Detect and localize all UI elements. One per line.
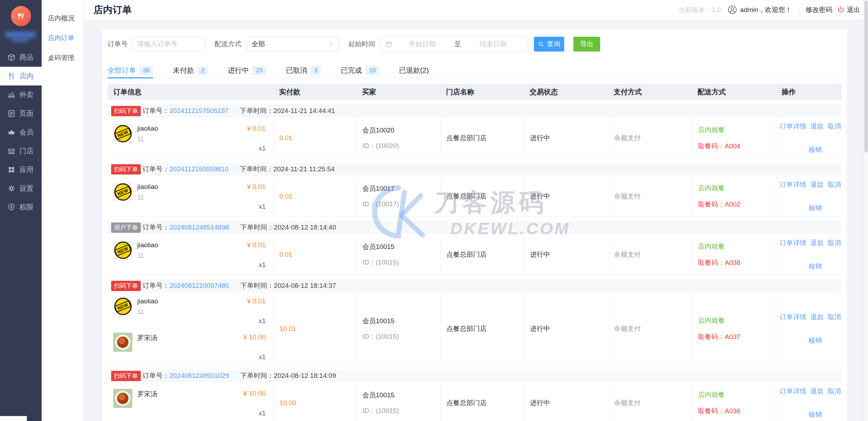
export-button[interactable]: 导出	[573, 37, 600, 52]
product-qty: x1	[259, 203, 266, 210]
submenu-item-orders[interactable]: 店内订单	[42, 28, 83, 48]
pickup-code: 取餐码：A004	[698, 142, 776, 151]
order-group-header: 扫码下单 订单号： 2024081210097485 下单时间： 2024-08…	[108, 279, 842, 292]
order-item: NEW jiaoliao11 ¥ 0.01x1	[113, 124, 266, 152]
dining-icon	[7, 72, 16, 81]
action-verify[interactable]: 核销	[809, 336, 822, 345]
scrollbar-thumb[interactable]	[864, 1, 868, 153]
search-icon	[538, 41, 544, 47]
product-name: jiaoliao	[137, 125, 247, 132]
pickup-code: 取餐码：A037	[698, 332, 776, 342]
app-logo	[0, 0, 42, 26]
action-order-detail[interactable]: 订单详情	[780, 122, 807, 131]
side-menu: 商品 店内 外卖 页面	[0, 48, 42, 217]
tab-in-progress[interactable]: 进行中23	[228, 63, 266, 78]
action-refund[interactable]: 退款	[810, 122, 824, 131]
buyer-cell: 会员10020 ID：(10020)	[356, 118, 440, 158]
order-no-input[interactable]	[132, 37, 205, 52]
start-date-field[interactable]: 开始日期	[392, 40, 452, 49]
action-order-detail[interactable]: 订单详情	[780, 387, 807, 396]
order-no-link[interactable]: 2024081210097485	[169, 282, 229, 290]
trade-status: 进行中	[524, 383, 608, 421]
delivery-select[interactable]: 全部	[246, 37, 339, 52]
order-items-cell: NEW jiaoliao11 ¥ 0.01x1	[108, 235, 273, 274]
submenu-item-table-codes[interactable]: 桌码管理	[42, 48, 83, 68]
action-refund[interactable]: 退款	[810, 180, 824, 189]
tab-all-orders[interactable]: 全部订单38	[108, 63, 153, 78]
order-time-value: 2024-08-12 18:14:09	[274, 372, 336, 380]
product-image-new-badge: NEW	[113, 124, 132, 143]
sidebar-item-goods[interactable]: 商品	[0, 48, 42, 67]
gear-icon	[7, 184, 16, 193]
change-password-link[interactable]: 修改密码	[806, 5, 832, 14]
product-qty: x1	[259, 261, 266, 269]
orders-card: 订单号 配送方式 全部 起始时间 开始日期 至 结束日期	[102, 29, 847, 421]
action-order-detail[interactable]: 订单详情	[780, 313, 807, 322]
pay-method: 余额支付	[608, 235, 692, 274]
order-no-link[interactable]: 2024112157505197	[169, 107, 229, 115]
action-cancel[interactable]: 取消	[828, 122, 841, 131]
action-verify[interactable]: 核销	[809, 203, 822, 213]
action-cancel[interactable]: 取消	[828, 180, 841, 189]
product-image-new-badge: NEW	[113, 182, 132, 201]
box-icon	[7, 53, 16, 62]
store-name: 点餐总部门店	[440, 235, 524, 274]
action-verify[interactable]: 核销	[809, 262, 822, 271]
action-order-detail[interactable]: 订单详情	[780, 180, 807, 189]
page-scrollbar[interactable]	[864, 0, 868, 421]
action-verify[interactable]: 核销	[809, 145, 822, 154]
tab-unpaid[interactable]: 未付款2	[173, 63, 208, 78]
product-name: 罗宋汤	[137, 390, 243, 399]
delivery-cell: 店内就餐 取餐码：A004	[692, 118, 776, 158]
sidebar-item-permissions[interactable]: 权限	[0, 198, 42, 217]
tab-count-badge: 10	[366, 66, 379, 75]
order-no-filter-label: 订单号	[108, 40, 128, 49]
action-refund[interactable]: 退款	[810, 313, 824, 322]
page-title: 店内订单	[94, 4, 132, 16]
product-price: ¥ 0.01	[247, 297, 266, 305]
buyer-id: ID：(10015)	[362, 332, 440, 341]
tab-completed[interactable]: 已完成10	[341, 63, 379, 78]
action-order-detail[interactable]: 订单详情	[780, 238, 807, 248]
order-no-label: 订单号：	[143, 106, 169, 115]
action-cancel[interactable]: 取消	[828, 313, 841, 322]
avatar-icon	[728, 5, 737, 14]
order-item: NEW jiaoliao11 ¥ 0.01x1	[113, 297, 266, 325]
order-no-link[interactable]: 2024112150559810	[169, 165, 229, 173]
submenu-item-overview[interactable]: 店内概况	[42, 8, 83, 28]
pickup-code: 取餐码：A036	[698, 407, 776, 416]
sidebar-item-members[interactable]: 会员	[0, 123, 42, 142]
product-qty: x1	[259, 144, 266, 152]
sidebar-item-stores[interactable]: 门店	[0, 142, 42, 160]
action-refund[interactable]: 退款	[810, 387, 824, 396]
sidebar-item-label: 商品	[19, 53, 34, 62]
end-date-field[interactable]: 结束日期	[463, 40, 523, 49]
order-no-link[interactable]: 2024081248514898	[169, 224, 229, 231]
order-no-label: 订单号：	[143, 223, 169, 232]
sidebar-item-takeout[interactable]: 外卖	[0, 85, 42, 104]
tab-cancelled[interactable]: 已取消3	[286, 63, 321, 78]
sidebar-item-instore[interactable]: 店内	[0, 67, 42, 85]
action-verify[interactable]: 核销	[809, 410, 822, 419]
top-header: 店内订单 当前版本：1.0 admin，欢迎您！ | 修改密码 退出	[84, 0, 868, 20]
tab-count-badge: 2	[198, 66, 208, 75]
store-name: 点餐总部门店	[440, 293, 524, 364]
sidebar-item-apps[interactable]: 应用	[0, 160, 42, 179]
search-button[interactable]: 查询	[534, 37, 564, 52]
order-source-badge: 扫码下单	[111, 371, 141, 381]
product-image-soup	[113, 333, 132, 352]
date-range-picker[interactable]: 开始日期 至 结束日期	[380, 36, 528, 52]
action-refund[interactable]: 退款	[810, 238, 824, 248]
tab-refunded[interactable]: 已退款(2)	[399, 63, 429, 78]
product-image-soup	[113, 389, 132, 408]
action-cancel[interactable]: 取消	[828, 238, 841, 248]
product-qty: x1	[259, 353, 266, 361]
action-cancel[interactable]: 取消	[828, 387, 841, 396]
logout-link[interactable]: 退出	[837, 5, 860, 14]
product-spec: 11	[137, 308, 247, 316]
product-name: jiaoliao	[137, 297, 247, 305]
cutlery-icon	[16, 11, 26, 22]
sidebar-item-pages[interactable]: 页面	[0, 104, 42, 123]
sidebar-item-settings[interactable]: 设置	[0, 179, 42, 198]
order-no-link[interactable]: 2024081249501029	[169, 372, 229, 380]
